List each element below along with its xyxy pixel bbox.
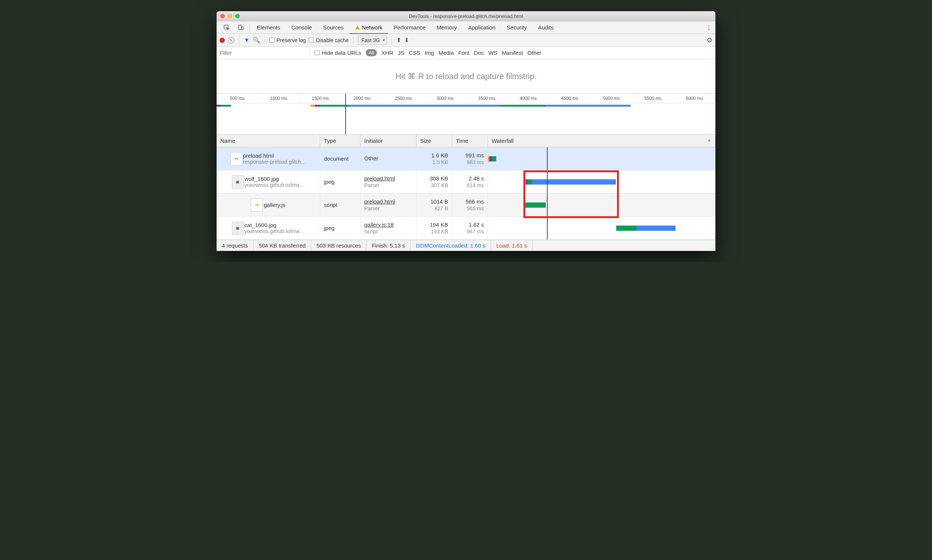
cell-size: 194 KB193 KB xyxy=(417,217,452,239)
status-dcl: DOMContentLoaded: 1.60 s xyxy=(411,240,491,251)
table-row[interactable]: ▣wolf_1600.jpgyoavweiss.github.io/ima… j… xyxy=(217,171,715,194)
download-har-icon[interactable]: ⬇ xyxy=(404,37,409,44)
cell-time: 1.62 s567 ms xyxy=(452,217,488,239)
request-table: <>preload.htmlresponsive-preload.glitch…… xyxy=(217,147,715,240)
file-icon: JS xyxy=(251,198,263,212)
filter-ws[interactable]: WS xyxy=(488,49,497,56)
filter-js[interactable]: JS xyxy=(398,49,404,56)
cell-size: 1.6 KB1.5 KB xyxy=(417,147,452,170)
timeline-overview[interactable]: 500 ms1000 ms1500 ms2000 ms2500 ms3000 m… xyxy=(217,94,715,135)
cell-time: 991 ms983 ms xyxy=(452,147,488,170)
cell-initiator: preload.htmlParser xyxy=(360,171,417,193)
request-name: cat_1600.jpg xyxy=(245,222,305,228)
cell-initiator: preload.htmlParser xyxy=(360,194,417,216)
record-button[interactable] xyxy=(220,38,225,43)
cell-waterfall xyxy=(488,194,715,216)
hide-data-urls-checkbox[interactable]: Hide data URLs xyxy=(315,49,361,56)
request-name: gallery.js xyxy=(264,202,285,208)
svg-rect-2 xyxy=(241,26,243,29)
cell-time: 2.48 s814 ms xyxy=(452,171,488,193)
col-name[interactable]: Name xyxy=(217,135,320,147)
clear-button[interactable] xyxy=(228,37,234,44)
cell-type: jpeg xyxy=(320,217,360,239)
upload-har-icon[interactable]: ⬆ xyxy=(396,37,401,44)
request-domain: yoavweiss.github.io/ima… xyxy=(245,228,305,234)
window-title: DevTools - responsive-preload.glitch.me/… xyxy=(217,14,715,19)
cell-waterfall xyxy=(488,147,715,170)
col-initiator[interactable]: Initiator xyxy=(360,135,417,147)
disable-cache-checkbox[interactable]: Disable cache xyxy=(309,37,349,43)
col-time[interactable]: Time xyxy=(452,135,488,147)
filter-img[interactable]: Img xyxy=(424,49,434,56)
table-row[interactable]: <>preload.htmlresponsive-preload.glitch…… xyxy=(217,147,715,171)
cell-initiator: gallery.js:18Script xyxy=(360,217,417,239)
cell-type: script xyxy=(320,194,360,216)
throttling-select[interactable]: Fast 3G xyxy=(358,36,387,45)
warning-icon xyxy=(355,25,360,30)
filter-css[interactable]: CSS xyxy=(409,49,420,56)
file-icon: ▣ xyxy=(232,175,244,189)
col-waterfall[interactable]: Waterfall▲ xyxy=(488,135,715,147)
filter-all[interactable]: All xyxy=(366,49,377,56)
filter-xhr[interactable]: XHR xyxy=(381,49,393,56)
network-toolbar: ▼ 🔍 Preserve log Disable cache Fast 3G ⬆… xyxy=(217,34,715,47)
col-size[interactable]: Size xyxy=(417,135,452,147)
main-tabs: Elements Console Sources Network Perform… xyxy=(217,21,715,34)
filmstrip-hint: Hit ⌘ R to reload and capture filmstrip. xyxy=(217,59,715,94)
tab-network[interactable]: Network xyxy=(349,21,388,34)
table-row[interactable]: ▣cat_1600.jpgyoavweiss.github.io/ima… jp… xyxy=(217,217,715,240)
cell-type: jpeg xyxy=(320,171,360,193)
status-finish: Finish: 5.13 s xyxy=(366,240,411,251)
tab-application[interactable]: Application xyxy=(463,21,501,34)
file-icon: <> xyxy=(231,152,242,166)
inspect-element-icon[interactable] xyxy=(220,21,234,34)
tab-security[interactable]: Security xyxy=(501,21,532,34)
status-transferred: 504 KB transferred xyxy=(254,240,311,251)
filter-bar: Hide data URLs All XHR JS CSS Img Media … xyxy=(217,47,715,59)
cell-type: document xyxy=(320,147,360,170)
filter-other[interactable]: Other xyxy=(528,49,542,56)
cell-size: 308 KB307 KB xyxy=(417,171,452,193)
filter-input[interactable] xyxy=(220,49,305,56)
col-type[interactable]: Type xyxy=(320,135,360,147)
tab-memory[interactable]: Memory xyxy=(431,21,463,34)
table-header: Name Type Initiator Size Time Waterfall▲ xyxy=(217,135,715,147)
request-domain: responsive-preload.glitch… xyxy=(243,159,306,165)
tab-audits[interactable]: Audits xyxy=(532,21,559,34)
cell-time: 566 ms565 ms xyxy=(452,194,488,216)
file-icon: ▣ xyxy=(232,222,244,235)
status-resources: 503 KB resources xyxy=(311,240,366,251)
filter-media[interactable]: Media xyxy=(438,49,454,56)
request-name: wolf_1600.jpg xyxy=(245,175,305,182)
cell-initiator: Other xyxy=(360,147,417,170)
request-name: preload.html xyxy=(243,152,306,159)
kebab-menu-icon[interactable]: ⋮ xyxy=(702,21,715,34)
tab-sources[interactable]: Sources xyxy=(318,21,349,34)
filter-font[interactable]: Font xyxy=(458,49,469,56)
settings-gear-icon[interactable]: ⚙ xyxy=(706,36,712,45)
cell-size: 1014 B827 B xyxy=(417,194,452,216)
preserve-log-checkbox[interactable]: Preserve log xyxy=(269,37,306,43)
status-load: Load: 1.61 s xyxy=(491,240,533,251)
window-titlebar: DevTools - responsive-preload.glitch.me/… xyxy=(217,11,715,21)
search-icon[interactable]: 🔍 xyxy=(253,37,260,44)
table-row[interactable]: JSgallery.js script preload.htmlParser 1… xyxy=(217,194,715,217)
filter-toggle-icon[interactable]: ▼ xyxy=(244,37,250,44)
status-bar: 4 requests 504 KB transferred 503 KB res… xyxy=(217,240,715,251)
filter-doc[interactable]: Doc xyxy=(474,49,484,56)
tab-performance[interactable]: Performance xyxy=(388,21,431,34)
device-toolbar-icon[interactable] xyxy=(234,21,248,34)
filter-manifest[interactable]: Manifest xyxy=(502,49,523,56)
tab-elements[interactable]: Elements xyxy=(251,21,286,34)
request-domain: yoavweiss.github.io/ima… xyxy=(245,182,305,188)
cell-waterfall xyxy=(488,171,715,193)
svg-rect-1 xyxy=(238,25,241,29)
cell-waterfall xyxy=(488,217,715,239)
tab-console[interactable]: Console xyxy=(286,21,318,34)
status-requests: 4 requests xyxy=(217,240,254,251)
